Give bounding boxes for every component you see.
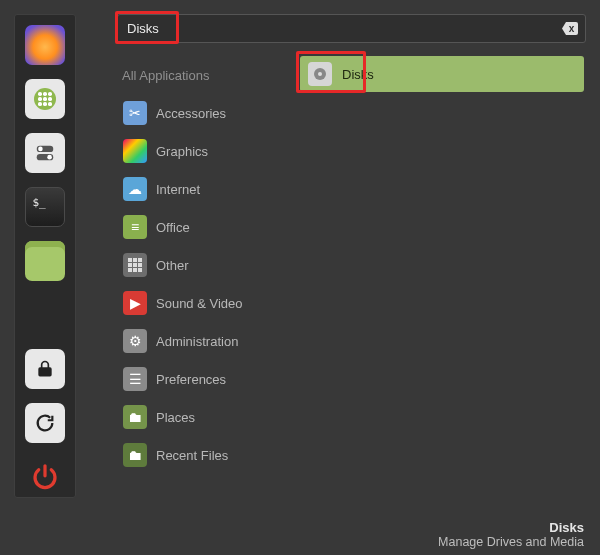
category-preferences[interactable]: ☰ Preferences: [117, 360, 293, 398]
page-icon: ≡: [123, 215, 147, 239]
gear-icon: ⚙: [123, 329, 147, 353]
category-label: Accessories: [156, 106, 226, 121]
sliders-icon: ☰: [123, 367, 147, 391]
category-label: Sound & Video: [156, 296, 243, 311]
category-graphics[interactable]: Graphics: [117, 132, 293, 170]
category-label: Internet: [156, 182, 200, 197]
categories-header[interactable]: All Applications: [117, 56, 293, 94]
category-label: Preferences: [156, 372, 226, 387]
folder-icon: 🖿: [123, 405, 147, 429]
svg-point-3: [47, 155, 52, 160]
app-tooltip-desc: Manage Drives and Media: [438, 535, 584, 549]
lock-icon[interactable]: [25, 349, 65, 389]
files-icon[interactable]: [25, 241, 65, 281]
category-sound-video[interactable]: ▶ Sound & Video: [117, 284, 293, 322]
category-office[interactable]: ≡ Office: [117, 208, 293, 246]
category-label: Places: [156, 410, 195, 425]
result-label: Disks: [342, 67, 374, 82]
category-label: Graphics: [156, 144, 208, 159]
search-bar: x: [117, 14, 586, 43]
globe-icon: ☁: [123, 177, 147, 201]
app-tooltip: Disks Manage Drives and Media: [438, 520, 584, 549]
terminal-icon[interactable]: $_: [25, 187, 65, 227]
category-label: Other: [156, 258, 189, 273]
dock: $_: [14, 14, 76, 498]
category-places[interactable]: 🖿 Places: [117, 398, 293, 436]
result-disks[interactable]: Disks: [300, 56, 584, 92]
category-label: Recent Files: [156, 448, 228, 463]
folder-clock-icon: 🖿: [123, 443, 147, 467]
results-list: Disks: [300, 56, 584, 92]
logout-icon[interactable]: [25, 403, 65, 443]
svg-point-5: [318, 72, 322, 76]
play-icon: ▶: [123, 291, 147, 315]
svg-point-1: [38, 147, 43, 152]
grid-icon: [123, 253, 147, 277]
palette-icon: [123, 139, 147, 163]
disk-icon: [308, 62, 332, 86]
category-administration[interactable]: ⚙ Administration: [117, 322, 293, 360]
clear-search-icon[interactable]: x: [562, 22, 578, 35]
app-grid-icon[interactable]: [25, 79, 65, 119]
app-tooltip-title: Disks: [438, 520, 584, 535]
category-label: Office: [156, 220, 190, 235]
category-accessories[interactable]: ✂ Accessories: [117, 94, 293, 132]
category-recent-files[interactable]: 🖿 Recent Files: [117, 436, 293, 474]
search-input[interactable]: [127, 21, 562, 36]
power-icon[interactable]: [25, 457, 65, 497]
category-label: Administration: [156, 334, 238, 349]
firefox-icon[interactable]: [25, 25, 65, 65]
category-other[interactable]: Other: [117, 246, 293, 284]
category-internet[interactable]: ☁ Internet: [117, 170, 293, 208]
categories-list: All Applications ✂ Accessories Graphics …: [117, 56, 293, 474]
switcher-icon[interactable]: [25, 133, 65, 173]
categories-header-label: All Applications: [122, 68, 209, 83]
scissors-icon: ✂: [123, 101, 147, 125]
